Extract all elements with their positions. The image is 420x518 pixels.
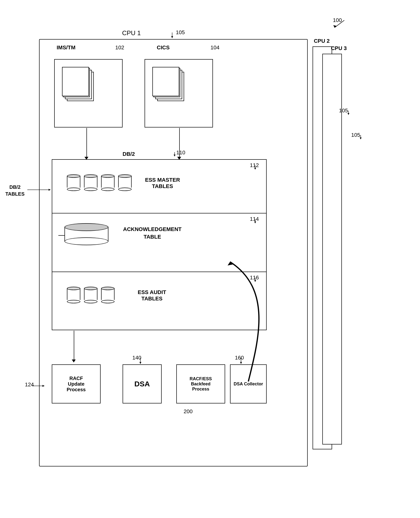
cpu2-label: CPU 2 [314, 38, 330, 44]
ess-master-cylinders [67, 174, 132, 191]
ref-105-right1: 105 [339, 107, 348, 114]
db2-label: DB/2 [123, 151, 135, 157]
ref-114-arrow [254, 218, 261, 224]
db2-tables-label: DB/2 TABLES [5, 184, 25, 197]
ack-table-label: ACKNOWLEDGEMENT TABLE [123, 226, 182, 241]
ess-master-label: ESS MASTER TABLES [145, 177, 180, 190]
ref-105-right2: 105 [351, 132, 360, 138]
ref-200: 200 [184, 408, 193, 415]
svg-marker-7 [254, 168, 256, 169]
ref-105-top-arrow [171, 31, 181, 39]
ess-audit-cylinders [67, 287, 115, 303]
ref-110-arrow [173, 151, 181, 157]
svg-marker-17 [42, 385, 44, 387]
svg-marker-11 [254, 222, 256, 223]
ack-disk [64, 223, 108, 245]
ims-arrow-line [86, 128, 87, 157]
db2-to-racf-arrow-head [72, 359, 76, 362]
db2-to-racf-arrow-line [74, 331, 74, 360]
dsa-box: DSA [123, 364, 162, 403]
ess-audit-label: ESS AUDIT TABLES [138, 289, 166, 302]
svg-marker-5 [174, 155, 176, 156]
racf-process-box: RACF Update Process [52, 364, 101, 403]
svg-marker-24 [347, 113, 349, 115]
cpu1-box: IMS/TM 102 CICS 104 [39, 39, 308, 466]
cpu3-label: CPU 3 [331, 45, 347, 52]
cics-box [145, 59, 213, 127]
curved-arrow-dsa-to-ack [210, 240, 284, 386]
ref-112-arrow [254, 164, 261, 170]
svg-marker-15 [49, 189, 51, 191]
ref-102: 102 [115, 44, 124, 51]
svg-marker-22 [228, 262, 234, 265]
ref-124-arrow [32, 383, 47, 388]
ref-104: 104 [210, 44, 220, 51]
svg-marker-26 [360, 137, 362, 139]
ess-master-section: ESS MASTER TABLES 112 [52, 160, 266, 213]
ims-tm-label: IMS/TM [57, 44, 75, 51]
ref-105-r1-arrow [347, 109, 355, 116]
main-diagram: 100 CPU 1 105 IMS/TM 102 [24, 15, 396, 503]
ref-105-r2-arrow [359, 134, 367, 140]
ref-140-arrow [139, 357, 147, 365]
cics-label: CICS [157, 44, 170, 51]
ref-100-arrow [332, 19, 347, 29]
ims-tm-box [54, 59, 123, 127]
svg-marker-19 [139, 362, 141, 364]
svg-marker-3 [171, 36, 173, 38]
svg-line-0 [335, 20, 344, 28]
cpu1-label: CPU 1 [122, 29, 141, 37]
db2-tables-arrow [27, 186, 57, 193]
